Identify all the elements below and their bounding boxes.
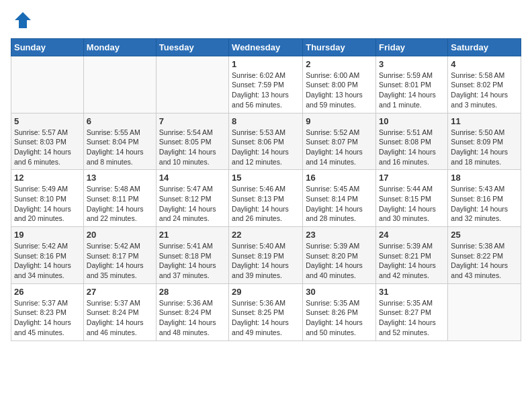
day-info: Sunrise: 6:02 AM Sunset: 7:59 PM Dayligh… <box>232 71 300 110</box>
day-info: Sunrise: 5:53 AM Sunset: 8:06 PM Dayligh… <box>232 128 300 167</box>
calendar-cell: 13Sunrise: 5:48 AM Sunset: 8:11 PM Dayli… <box>83 170 156 227</box>
weekday-header-thursday: Thursday <box>303 38 376 56</box>
day-info: Sunrise: 5:42 AM Sunset: 8:17 PM Dayligh… <box>87 241 153 281</box>
calendar-cell <box>11 56 84 113</box>
day-info: Sunrise: 5:39 AM Sunset: 8:20 PM Dayligh… <box>306 241 373 281</box>
day-info: Sunrise: 5:36 AM Sunset: 8:25 PM Dayligh… <box>232 298 300 338</box>
calendar-cell: 9Sunrise: 5:52 AM Sunset: 8:07 PM Daylig… <box>303 113 376 170</box>
calendar-cell: 27Sunrise: 5:37 AM Sunset: 8:24 PM Dayli… <box>83 283 156 340</box>
weekday-header-friday: Friday <box>376 38 448 56</box>
day-info: Sunrise: 5:41 AM Sunset: 8:18 PM Dayligh… <box>159 241 226 281</box>
day-number: 4 <box>451 59 518 69</box>
day-info: Sunrise: 5:37 AM Sunset: 8:23 PM Dayligh… <box>14 298 81 338</box>
logo-icon <box>13 11 32 30</box>
calendar-week-row: 5Sunrise: 5:57 AM Sunset: 8:03 PM Daylig… <box>11 113 521 170</box>
calendar-week-row: 26Sunrise: 5:37 AM Sunset: 8:23 PM Dayli… <box>11 283 521 340</box>
weekday-header-tuesday: Tuesday <box>156 38 228 56</box>
calendar-cell: 29Sunrise: 5:36 AM Sunset: 8:25 PM Dayli… <box>229 283 303 340</box>
day-number: 16 <box>306 173 373 183</box>
weekday-header-sunday: Sunday <box>11 38 84 56</box>
calendar-cell <box>156 56 228 113</box>
day-info: Sunrise: 5:43 AM Sunset: 8:16 PM Dayligh… <box>451 184 518 224</box>
day-number: 31 <box>379 287 445 297</box>
day-number: 30 <box>306 287 373 297</box>
day-number: 28 <box>159 287 226 297</box>
day-number: 12 <box>14 173 81 183</box>
day-number: 18 <box>451 173 518 183</box>
weekday-header-wednesday: Wednesday <box>229 38 303 56</box>
day-info: Sunrise: 5:58 AM Sunset: 8:02 PM Dayligh… <box>451 71 518 110</box>
calendar-cell: 19Sunrise: 5:42 AM Sunset: 8:16 PM Dayli… <box>11 227 84 284</box>
weekday-header-saturday: Saturday <box>448 38 521 56</box>
calendar-cell: 31Sunrise: 5:35 AM Sunset: 8:27 PM Dayli… <box>376 283 448 340</box>
day-number: 23 <box>306 230 373 240</box>
day-number: 15 <box>232 173 300 183</box>
day-info: Sunrise: 5:38 AM Sunset: 8:22 PM Dayligh… <box>451 241 518 281</box>
logo <box>11 11 32 33</box>
calendar-cell: 3Sunrise: 5:59 AM Sunset: 8:01 PM Daylig… <box>376 56 448 113</box>
day-number: 29 <box>232 287 300 297</box>
day-info: Sunrise: 5:44 AM Sunset: 8:15 PM Dayligh… <box>379 184 445 224</box>
calendar-week-row: 19Sunrise: 5:42 AM Sunset: 8:16 PM Dayli… <box>11 227 521 284</box>
calendar-body: 1Sunrise: 6:02 AM Sunset: 7:59 PM Daylig… <box>11 56 521 340</box>
calendar-cell: 22Sunrise: 5:40 AM Sunset: 8:19 PM Dayli… <box>229 227 303 284</box>
calendar-cell: 30Sunrise: 5:35 AM Sunset: 8:26 PM Dayli… <box>303 283 376 340</box>
day-number: 14 <box>159 173 226 183</box>
svg-marker-0 <box>15 12 31 28</box>
day-number: 21 <box>159 230 226 240</box>
calendar-cell: 2Sunrise: 6:00 AM Sunset: 8:00 PM Daylig… <box>303 56 376 113</box>
day-number: 24 <box>379 230 445 240</box>
calendar-cell: 10Sunrise: 5:51 AM Sunset: 8:08 PM Dayli… <box>376 113 448 170</box>
calendar-cell: 25Sunrise: 5:38 AM Sunset: 8:22 PM Dayli… <box>448 227 521 284</box>
calendar-week-row: 1Sunrise: 6:02 AM Sunset: 7:59 PM Daylig… <box>11 56 521 113</box>
day-info: Sunrise: 5:35 AM Sunset: 8:27 PM Dayligh… <box>379 298 445 338</box>
calendar-cell: 18Sunrise: 5:43 AM Sunset: 8:16 PM Dayli… <box>448 170 521 227</box>
day-number: 19 <box>14 230 81 240</box>
day-number: 11 <box>451 116 518 126</box>
day-info: Sunrise: 5:45 AM Sunset: 8:14 PM Dayligh… <box>306 184 373 224</box>
day-number: 25 <box>451 230 518 240</box>
day-info: Sunrise: 5:52 AM Sunset: 8:07 PM Dayligh… <box>306 128 373 167</box>
calendar-cell: 24Sunrise: 5:39 AM Sunset: 8:21 PM Dayli… <box>376 227 448 284</box>
calendar-cell: 20Sunrise: 5:42 AM Sunset: 8:17 PM Dayli… <box>83 227 156 284</box>
calendar-cell: 4Sunrise: 5:58 AM Sunset: 8:02 PM Daylig… <box>448 56 521 113</box>
calendar-cell: 15Sunrise: 5:46 AM Sunset: 8:13 PM Dayli… <box>229 170 303 227</box>
day-info: Sunrise: 6:00 AM Sunset: 8:00 PM Dayligh… <box>306 71 373 110</box>
day-info: Sunrise: 5:50 AM Sunset: 8:09 PM Dayligh… <box>451 128 518 167</box>
calendar-cell: 23Sunrise: 5:39 AM Sunset: 8:20 PM Dayli… <box>303 227 376 284</box>
day-number: 6 <box>87 116 153 126</box>
day-info: Sunrise: 5:57 AM Sunset: 8:03 PM Dayligh… <box>14 128 81 167</box>
day-number: 22 <box>232 230 300 240</box>
calendar-cell: 17Sunrise: 5:44 AM Sunset: 8:15 PM Dayli… <box>376 170 448 227</box>
day-info: Sunrise: 5:40 AM Sunset: 8:19 PM Dayligh… <box>232 241 300 281</box>
weekday-header-monday: Monday <box>83 38 156 56</box>
day-info: Sunrise: 5:49 AM Sunset: 8:10 PM Dayligh… <box>14 184 81 224</box>
day-info: Sunrise: 5:35 AM Sunset: 8:26 PM Dayligh… <box>306 298 373 338</box>
calendar-cell <box>83 56 156 113</box>
day-info: Sunrise: 5:46 AM Sunset: 8:13 PM Dayligh… <box>232 184 300 224</box>
calendar-cell: 21Sunrise: 5:41 AM Sunset: 8:18 PM Dayli… <box>156 227 228 284</box>
day-number: 8 <box>232 116 300 126</box>
day-number: 17 <box>379 173 445 183</box>
day-info: Sunrise: 5:37 AM Sunset: 8:24 PM Dayligh… <box>87 298 153 338</box>
day-number: 7 <box>159 116 226 126</box>
calendar-cell: 7Sunrise: 5:54 AM Sunset: 8:05 PM Daylig… <box>156 113 228 170</box>
day-number: 1 <box>232 59 300 69</box>
day-number: 9 <box>306 116 373 126</box>
day-number: 13 <box>87 173 153 183</box>
day-number: 5 <box>14 116 81 126</box>
day-number: 2 <box>306 59 373 69</box>
day-number: 3 <box>379 59 445 69</box>
day-info: Sunrise: 5:59 AM Sunset: 8:01 PM Dayligh… <box>379 71 445 110</box>
day-number: 20 <box>87 230 153 240</box>
calendar-cell: 11Sunrise: 5:50 AM Sunset: 8:09 PM Dayli… <box>448 113 521 170</box>
day-info: Sunrise: 5:54 AM Sunset: 8:05 PM Dayligh… <box>159 128 226 167</box>
day-info: Sunrise: 5:39 AM Sunset: 8:21 PM Dayligh… <box>379 241 445 281</box>
calendar-cell: 26Sunrise: 5:37 AM Sunset: 8:23 PM Dayli… <box>11 283 84 340</box>
calendar-cell: 28Sunrise: 5:36 AM Sunset: 8:24 PM Dayli… <box>156 283 228 340</box>
calendar-cell: 8Sunrise: 5:53 AM Sunset: 8:06 PM Daylig… <box>229 113 303 170</box>
calendar-cell: 14Sunrise: 5:47 AM Sunset: 8:12 PM Dayli… <box>156 170 228 227</box>
calendar-cell: 12Sunrise: 5:49 AM Sunset: 8:10 PM Dayli… <box>11 170 84 227</box>
day-number: 27 <box>87 287 153 297</box>
calendar-table: SundayMondayTuesdayWednesdayThursdayFrid… <box>11 38 521 341</box>
